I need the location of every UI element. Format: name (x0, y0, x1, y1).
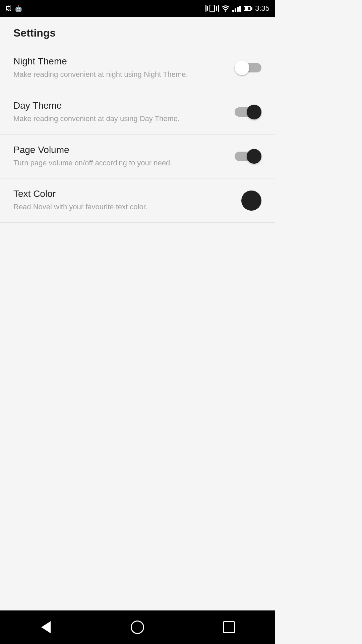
status-bar-right: 3:35 (205, 4, 269, 13)
nav-bar (0, 610, 275, 644)
status-bar: 🖼 🤖 (0, 0, 275, 17)
day-theme-toggle-thumb (247, 105, 261, 119)
settings-item-day-theme[interactable]: Day Theme Make reading convenient at day… (0, 90, 275, 135)
settings-item-night-theme-text: Night Theme Make reading convenient at n… (13, 56, 235, 80)
page-volume-title: Page Volume (13, 145, 228, 155)
night-theme-toggle[interactable] (235, 60, 261, 75)
wifi-icon (222, 5, 230, 12)
settings-item-text-color[interactable]: Text Color Read Novel with your favourit… (0, 178, 275, 223)
page-title: Settings (0, 17, 275, 46)
svg-point-0 (225, 10, 226, 12)
settings-list: Night Theme Make reading convenient at n… (0, 46, 275, 223)
back-icon (41, 621, 51, 633)
android-icon: 🤖 (15, 5, 22, 12)
day-theme-toggle[interactable] (235, 105, 261, 119)
text-color-swatch[interactable] (241, 191, 261, 211)
status-bar-left: 🖼 🤖 (5, 5, 22, 12)
night-theme-desc: Make reading convenient at night using N… (13, 69, 228, 80)
settings-item-night-theme[interactable]: Night Theme Make reading convenient at n… (0, 46, 275, 90)
night-theme-title: Night Theme (13, 56, 228, 67)
status-time: 3:35 (255, 4, 269, 13)
settings-item-page-volume[interactable]: Page Volume Turn page volume on/off acco… (0, 135, 275, 179)
image-icon: 🖼 (5, 5, 11, 12)
signal-icon (232, 5, 241, 12)
main-content: Settings Night Theme Make reading conven… (0, 17, 275, 610)
vibrate-icon (205, 5, 219, 12)
settings-item-page-volume-text: Page Volume Turn page volume on/off acco… (13, 145, 235, 168)
back-button[interactable] (33, 614, 59, 641)
home-icon (131, 621, 144, 634)
recents-icon (223, 621, 235, 633)
text-color-desc: Read Novel with your favourite text colo… (13, 202, 235, 212)
night-theme-toggle-thumb (235, 60, 249, 75)
text-color-title: Text Color (13, 189, 235, 199)
home-button[interactable] (124, 614, 151, 641)
settings-item-day-theme-text: Day Theme Make reading convenient at day… (13, 100, 235, 124)
battery-icon (244, 6, 252, 11)
settings-item-text-color-text: Text Color Read Novel with your favourit… (13, 189, 241, 212)
recents-button[interactable] (216, 614, 242, 641)
page-volume-toggle-thumb (247, 149, 261, 164)
page-volume-toggle[interactable] (235, 149, 261, 164)
page-volume-desc: Turn page volume on/off according to you… (13, 158, 228, 168)
day-theme-desc: Make reading convenient at day using Day… (13, 114, 228, 124)
day-theme-title: Day Theme (13, 100, 228, 111)
